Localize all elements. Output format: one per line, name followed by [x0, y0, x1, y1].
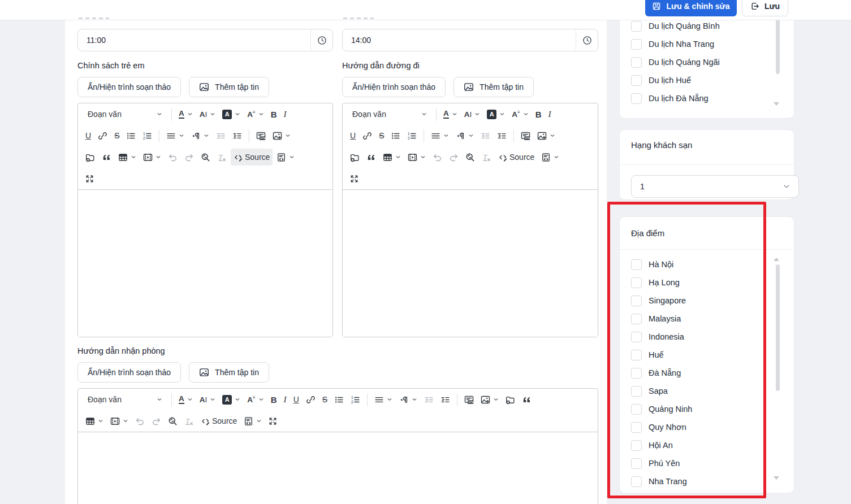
checkbox[interactable]	[631, 386, 642, 397]
italic-button[interactable]: I	[281, 391, 290, 408]
font-background-button[interactable]: A	[219, 391, 243, 408]
image-upload-button[interactable]	[270, 127, 293, 144]
font-family-button[interactable]: A≡	[244, 106, 266, 123]
alignment-button[interactable]	[163, 127, 187, 144]
bold-button[interactable]: B	[268, 391, 280, 408]
template-button[interactable]	[241, 412, 265, 429]
insert-media-button[interactable]	[140, 149, 164, 166]
redo-button[interactable]	[182, 149, 197, 166]
insert-table-button[interactable]	[115, 149, 139, 166]
numbered-list-button[interactable]: 12	[404, 127, 420, 144]
link-button[interactable]	[303, 391, 318, 408]
numbered-list-button[interactable]: 12	[348, 391, 363, 408]
font-color-button[interactable]: A	[176, 106, 196, 123]
font-size-button[interactable]: AI	[197, 106, 219, 123]
indent-button[interactable]	[494, 127, 509, 144]
paragraph-style-dropdown[interactable]: Đoạn văn	[347, 106, 432, 123]
underline-button[interactable]: U	[291, 391, 302, 408]
image-upload-button[interactable]	[478, 391, 502, 408]
file-manager-button[interactable]	[83, 149, 98, 166]
toggle-editor-button[interactable]: Ẩn/Hiện trình soạn thảo	[77, 77, 181, 97]
checkbox[interactable]	[631, 368, 642, 379]
paragraph-style-dropdown[interactable]: Đoạn văn	[83, 106, 167, 123]
template-button[interactable]	[538, 149, 562, 166]
checkbox[interactable]	[631, 277, 642, 288]
italic-button[interactable]: I	[281, 106, 290, 123]
font-background-button[interactable]: A	[484, 106, 508, 123]
bulleted-list-button[interactable]	[388, 127, 403, 144]
text-direction-button[interactable]	[188, 127, 212, 144]
checkbox[interactable]	[631, 259, 642, 270]
save-and-edit-button[interactable]: Lưu & chỉnh sửa	[645, 0, 737, 16]
checkout-time-input[interactable]	[343, 29, 576, 51]
checkbox-list-item[interactable]: Quảng Ninh	[620, 400, 794, 418]
save-button[interactable]: Lưu	[742, 0, 788, 16]
redo-button[interactable]	[149, 412, 164, 429]
font-background-button[interactable]: A	[219, 106, 243, 123]
undo-button[interactable]	[165, 149, 180, 166]
strikethrough-button[interactable]: S	[319, 391, 330, 408]
scroll-down-icon[interactable]	[774, 102, 779, 106]
block-quote-button[interactable]	[99, 149, 114, 166]
clock-icon[interactable]	[310, 29, 332, 51]
bold-button[interactable]: B	[268, 106, 280, 123]
checkbox[interactable]	[631, 21, 642, 32]
indent-button[interactable]	[438, 391, 453, 408]
checkbox-list-item[interactable]: Quy Nhơn	[620, 418, 794, 436]
checkbox[interactable]	[631, 57, 642, 68]
indent-button[interactable]	[230, 127, 245, 144]
font-size-button[interactable]: AI	[197, 391, 219, 408]
source-button[interactable]: Source	[495, 149, 537, 166]
outdent-button[interactable]	[478, 127, 493, 144]
insert-media-button[interactable]	[405, 149, 429, 166]
add-file-button[interactable]: Thêm tập tin	[189, 362, 269, 383]
scroll-down-icon[interactable]	[774, 476, 779, 480]
checkbox[interactable]	[631, 422, 642, 433]
editor-content-area[interactable]	[343, 190, 598, 337]
editor-content-area[interactable]	[78, 432, 598, 504]
strikethrough-button[interactable]: S	[376, 127, 387, 144]
checkbox[interactable]	[631, 39, 642, 50]
font-color-button[interactable]: A	[440, 106, 460, 123]
checkbox[interactable]	[631, 350, 642, 360]
undo-button[interactable]	[132, 412, 148, 429]
insert-media-button[interactable]	[107, 412, 131, 429]
checkbox-list-item[interactable]: Singapore	[620, 292, 794, 310]
maximize-button[interactable]	[83, 170, 97, 187]
checkbox-list-item[interactable]: Hạ Long	[620, 273, 794, 292]
add-file-button[interactable]: Thêm tập tin	[453, 77, 534, 97]
checkbox-list-item[interactable]: Hội An	[620, 436, 794, 454]
block-quote-button[interactable]	[519, 391, 534, 408]
checkbox-list-item[interactable]: Indonesia	[620, 328, 794, 346]
toggle-editor-button[interactable]: Ẩn/Hiện trình soạn thảo	[77, 362, 181, 383]
checkbox-list-item[interactable]: Nha Trang	[620, 472, 794, 490]
add-file-button[interactable]: Thêm tập tin	[189, 77, 269, 97]
image-upload-button[interactable]	[534, 127, 558, 144]
link-button[interactable]	[360, 127, 375, 144]
checkbox[interactable]	[631, 314, 642, 324]
checkbox[interactable]	[631, 458, 642, 469]
scroll-up-icon[interactable]	[774, 258, 779, 261]
underline-button[interactable]: U	[83, 127, 94, 144]
find-replace-button[interactable]	[165, 412, 180, 429]
checkbox-list-item[interactable]: Huế	[620, 346, 794, 364]
source-button[interactable]: Source	[231, 149, 273, 166]
strikethrough-button[interactable]: S	[111, 127, 122, 144]
remove-format-button[interactable]: T	[479, 149, 494, 166]
checkbox[interactable]	[631, 476, 642, 487]
font-family-button[interactable]: A≡	[244, 391, 266, 408]
checkbox-list-item[interactable]: Phú Yên	[620, 454, 794, 472]
bulleted-list-button[interactable]	[331, 391, 347, 408]
checkbox-list-item[interactable]: Malaysia	[620, 310, 794, 328]
checkin-time-input[interactable]	[78, 29, 310, 51]
clock-icon[interactable]	[576, 29, 598, 51]
checkbox-list-item[interactable]: Sapa	[620, 382, 794, 400]
html-embed-button[interactable]: HTML	[253, 127, 269, 144]
checkbox-list-item[interactable]: Du lịch Đà Nẵng	[620, 89, 794, 107]
maximize-button[interactable]	[266, 412, 280, 429]
checkbox[interactable]	[631, 440, 642, 451]
checkbox[interactable]	[631, 404, 642, 415]
html-embed-button[interactable]: HTML	[518, 127, 533, 144]
scrollbar-thumb[interactable]	[776, 264, 780, 391]
editor-content-area[interactable]	[78, 190, 332, 337]
